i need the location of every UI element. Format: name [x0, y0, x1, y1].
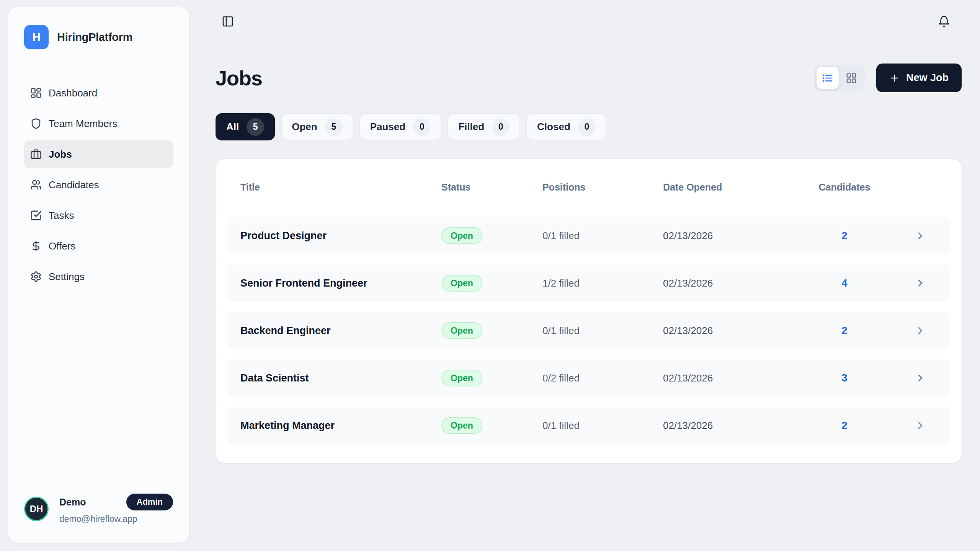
sidebar-item-team-members[interactable]: Team Members [24, 110, 173, 137]
shield-icon [30, 118, 42, 129]
job-open-chevron [873, 230, 937, 241]
filter-tab-label: Filled [458, 121, 484, 133]
job-candidates-count[interactable]: 2 [816, 230, 873, 242]
grid-view-icon [846, 72, 857, 84]
job-date-opened: 02/13/2026 [663, 372, 816, 384]
column-title: Title [240, 182, 441, 193]
sidebar-item-label: Dashboard [49, 87, 97, 99]
job-status-cell: Open [441, 417, 542, 434]
job-row-marketing-manager[interactable]: Marketing Manager Open 0/1 filled 02/13/… [227, 407, 950, 444]
filter-tab-label: Paused [370, 121, 406, 133]
job-date-opened: 02/13/2026 [663, 277, 816, 289]
sidebar-item-settings[interactable]: Settings [24, 263, 173, 290]
sidebar-item-dashboard[interactable]: Dashboard [24, 79, 173, 107]
sidebar: H HiringPlatform Dashboard Team Members … [8, 7, 189, 543]
job-status-cell: Open [441, 322, 542, 339]
filter-count-badge: 0 [413, 118, 431, 136]
sidebar-item-tasks[interactable]: Tasks [24, 202, 173, 229]
task-check-icon [30, 210, 42, 221]
content: Jobs New Job [197, 64, 980, 463]
job-positions: 0/1 filled [542, 420, 663, 432]
job-candidates-count[interactable]: 2 [816, 420, 873, 432]
view-toggle [814, 65, 865, 91]
job-title: Backend Engineer [240, 325, 441, 337]
filter-tab-closed[interactable]: Closed 0 [526, 113, 606, 140]
sidebar-nav: Dashboard Team Members Jobs Candidates T… [24, 79, 173, 290]
column-status: Status [441, 182, 542, 193]
sidebar-item-candidates[interactable]: Candidates [24, 171, 173, 199]
job-positions: 1/2 filled [542, 277, 663, 289]
list-view-icon [822, 72, 833, 84]
job-candidates-count[interactable]: 2 [816, 325, 873, 337]
filter-tab-filled[interactable]: Filled 0 [448, 113, 520, 140]
sidebar-item-label: Tasks [49, 210, 74, 222]
notifications-button[interactable] [936, 13, 952, 30]
chevron-right-icon [915, 277, 926, 289]
chevron-right-icon [915, 325, 926, 336]
filter-tab-label: All [226, 121, 239, 133]
brand-logo: H [24, 25, 49, 49]
jobs-table-body: Product Designer Open 0/1 filled 02/13/2… [227, 217, 950, 444]
new-job-label: New Job [906, 72, 949, 84]
user-name: Demo [59, 497, 86, 508]
brand: H HiringPlatform [24, 25, 173, 49]
sidebar-item-jobs[interactable]: Jobs [24, 140, 173, 168]
chevron-right-icon [915, 420, 926, 431]
job-date-opened: 02/13/2026 [663, 325, 816, 337]
filter-tab-label: Closed [537, 121, 570, 133]
status-badge: Open [441, 275, 482, 292]
role-badge: Admin [126, 494, 173, 510]
user-email: demo@hireflow.app [59, 514, 173, 524]
job-status-cell: Open [441, 370, 542, 386]
job-positions: 0/1 filled [542, 230, 663, 242]
sidebar-item-offers[interactable]: Offers [24, 232, 173, 260]
view-mode-button-grid-view-icon[interactable] [840, 67, 862, 89]
filter-count-badge: 0 [578, 118, 596, 136]
job-positions: 0/2 filled [542, 372, 663, 384]
filter-tab-all[interactable]: All 5 [216, 113, 275, 140]
column-positions: Positions [542, 182, 663, 193]
sidebar-item-label: Settings [49, 271, 85, 283]
sidebar-item-label: Offers [49, 240, 75, 252]
job-title: Senior Frontend Engineer [240, 277, 441, 289]
chevron-right-icon [915, 230, 926, 241]
topbar [197, 0, 980, 43]
sidebar-toggle-button[interactable] [219, 13, 236, 30]
filter-tab-open[interactable]: Open 5 [281, 113, 353, 140]
job-row-senior-frontend-engineer[interactable]: Senior Frontend Engineer Open 1/2 filled… [227, 264, 950, 302]
job-positions: 0/1 filled [542, 325, 663, 337]
chevron-right-icon [915, 372, 926, 384]
job-title: Product Designer [240, 230, 441, 242]
column-candidates: Candidates [816, 182, 873, 193]
filter-count-badge: 5 [325, 118, 343, 136]
job-row-backend-engineer[interactable]: Backend Engineer Open 0/1 filled 02/13/2… [227, 312, 950, 349]
bell-icon [938, 15, 950, 28]
filter-count-badge: 5 [247, 118, 264, 136]
panel-left-icon [222, 15, 234, 28]
job-row-product-designer[interactable]: Product Designer Open 0/1 filled 02/13/2… [227, 217, 950, 254]
job-candidates-count[interactable]: 3 [816, 372, 873, 384]
new-job-button[interactable]: New Job [876, 64, 962, 92]
column-date-opened: Date Opened [663, 182, 816, 193]
user-info: Demo Admin demo@hireflow.app [59, 494, 173, 524]
briefcase-icon [30, 148, 42, 160]
filter-tab-paused[interactable]: Paused 0 [359, 113, 442, 140]
page-head: Jobs New Job [216, 64, 962, 92]
main-area: Jobs New Job [197, 0, 980, 551]
job-status-cell: Open [441, 275, 542, 292]
head-actions: New Job [814, 64, 962, 92]
dollar-icon [30, 240, 42, 252]
job-open-chevron [873, 277, 937, 289]
sidebar-item-label: Team Members [49, 118, 117, 130]
job-open-chevron [873, 372, 937, 384]
job-open-chevron [873, 325, 937, 336]
status-badge: Open [441, 227, 482, 244]
user-profile[interactable]: DH Demo Admin demo@hireflow.app [24, 494, 173, 524]
view-mode-button-list-view-icon[interactable] [817, 67, 839, 89]
sidebar-item-label: Candidates [49, 179, 99, 191]
filter-tab-label: Open [292, 121, 317, 133]
status-badge: Open [441, 322, 482, 339]
brand-name: HiringPlatform [57, 31, 132, 44]
job-candidates-count[interactable]: 4 [816, 277, 873, 289]
job-row-data-scientist[interactable]: Data Scientist Open 0/2 filled 02/13/202… [227, 359, 950, 397]
